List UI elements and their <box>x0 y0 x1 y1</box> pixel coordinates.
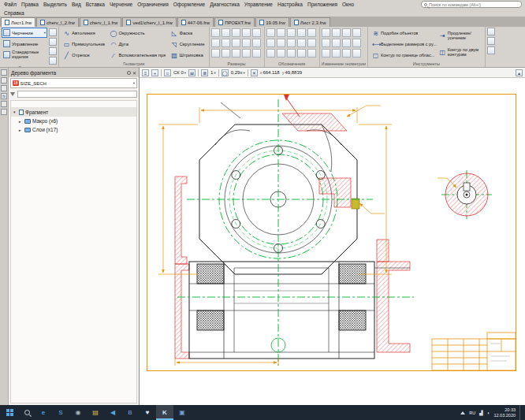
drawing-sheet[interactable] <box>140 68 525 405</box>
document-tab[interactable]: ПРОЕКТ.frw <box>214 17 255 27</box>
edge-browser-icon[interactable]: e <box>35 405 52 420</box>
menu-management[interactable]: Управление <box>242 2 275 7</box>
dimension-tool-icon[interactable] <box>242 28 251 37</box>
filter-icon[interactable] <box>10 92 15 96</box>
ruler-panel-icon[interactable] <box>1 101 7 107</box>
edit-tool-icon[interactable] <box>342 28 351 37</box>
document-tab-active[interactable]: Лист1.frw <box>1 17 35 27</box>
notation-tool-icon[interactable] <box>297 39 306 47</box>
tree-node-macro[interactable]: ▸ Макро (х6) <box>11 117 136 125</box>
dimension-tool-icon[interactable] <box>252 39 261 47</box>
menu-applications[interactable]: Приложения <box>305 2 340 7</box>
dimension-tool-icon[interactable] <box>211 28 220 37</box>
command-search-input[interactable] <box>429 2 519 7</box>
notation-tool-icon[interactable] <box>297 49 306 58</box>
language-indicator[interactable]: RU <box>469 411 475 415</box>
tool-contour-by-area[interactable]: ▢Контур по границе облас... <box>370 50 439 61</box>
notation-tool-icon[interactable] <box>277 39 285 47</box>
tool-fillet[interactable]: ◹Скругление <box>168 39 207 50</box>
clipboard-icon[interactable] <box>49 57 57 65</box>
open-document-icon[interactable] <box>49 28 57 36</box>
dimension-tool-icon[interactable] <box>211 39 220 47</box>
close-icon[interactable]: ✕ <box>132 70 136 76</box>
tool-circle[interactable]: ◯Окружность <box>107 28 168 39</box>
notation-tool-icon[interactable] <box>307 28 316 37</box>
dimension-tool-icon[interactable] <box>222 39 230 47</box>
taskbar-search-button[interactable] <box>19 405 35 420</box>
menu-insert[interactable]: Вставка <box>84 2 107 7</box>
dimension-tool-icon[interactable] <box>211 49 220 58</box>
menu-help[interactable]: Справка <box>2 10 27 16</box>
notation-tool-icon[interactable] <box>277 49 285 58</box>
tool-chamfer[interactable]: ◺Фаска <box>168 28 207 39</box>
menu-select[interactable]: Выделить <box>41 2 69 7</box>
layers-panel-icon[interactable] <box>1 77 7 84</box>
zoom-icon[interactable]: ◯ <box>222 69 229 76</box>
command-search[interactable] <box>421 1 522 8</box>
tree-node-layers[interactable]: ▸ Слои (х17) <box>11 125 136 134</box>
notation-tool-icon[interactable] <box>266 28 275 37</box>
notation-tool-icon[interactable] <box>287 49 296 58</box>
dimension-tool-icon[interactable] <box>232 28 240 37</box>
panel-switch-drawing[interactable]: Черчение ▾ <box>2 28 47 38</box>
dimension-tool-icon[interactable] <box>232 49 240 58</box>
tool-hatch[interactable]: ▨Штриховка <box>168 50 207 61</box>
steam-icon[interactable]: ◉ <box>69 405 87 420</box>
dimension-tool-icon[interactable] <box>252 28 261 37</box>
edit-tool-icon[interactable] <box>332 39 341 47</box>
edit-tool-icon[interactable] <box>322 39 330 47</box>
save-icon[interactable] <box>49 38 57 46</box>
document-tab[interactable]: cherv_l_2.frw <box>36 17 79 27</box>
notation-tool-icon[interactable] <box>266 39 275 47</box>
vk-icon[interactable]: B <box>121 405 139 420</box>
show-desktop-button[interactable] <box>519 405 523 420</box>
menu-file[interactable]: Файл <box>2 2 19 7</box>
menu-styling[interactable]: Оформление <box>171 2 207 7</box>
notation-tool-icon[interactable] <box>297 28 306 37</box>
tool-extend-trim[interactable]: ⇥Продление/ усечение <box>439 28 483 44</box>
edit-tool-icon[interactable] <box>342 49 351 58</box>
tree-search-input[interactable] <box>17 91 137 98</box>
document-tab[interactable]: Лист 2,3.frw <box>290 17 330 27</box>
document-tab[interactable]: 19.05.frw <box>255 17 289 27</box>
fx-variables-icon[interactable]: fx <box>1 93 7 99</box>
ribbon-extra-icon[interactable] <box>487 37 495 45</box>
notation-tool-icon[interactable] <box>287 28 296 37</box>
generic-app-icon[interactable]: ▣ <box>173 405 191 420</box>
tool-segment[interactable]: ╱Отрезок <box>61 50 107 61</box>
notation-tool-icon[interactable] <box>277 28 285 37</box>
telegram-icon[interactable]: ◀ <box>104 405 121 420</box>
edit-tool-icon[interactable] <box>352 39 361 47</box>
dimension-tool-icon[interactable] <box>232 39 240 47</box>
tool-rectangle[interactable]: ▭Прямоугольник <box>61 39 107 50</box>
tree-root-fragment[interactable]: ▾ Фрагмент <box>11 107 136 117</box>
hamburger-icon[interactable]: ≡ <box>142 69 149 76</box>
move-icon[interactable]: + <box>151 69 158 76</box>
tool-contour-two-contours[interactable]: ◫Контур по двум контурам <box>439 44 483 61</box>
drawing-canvas-area[interactable]: ≡ + ⌗ СК 0 ▾ ⊞ ≣ 1 ▾ ◯ 0,29x <box>140 68 525 405</box>
dimension-tool-icon[interactable] <box>242 49 251 58</box>
dimension-tool-icon[interactable] <box>242 39 251 47</box>
expander-icon[interactable]: ▸ <box>19 119 23 124</box>
edit-tool-icon[interactable] <box>352 49 361 58</box>
tool-construction-line[interactable]: ⁄Вспомогательная прямая <box>107 50 168 61</box>
explorer-icon[interactable]: ▤ <box>87 405 104 420</box>
tool-offset-objects[interactable]: ≋Подобие объектов <box>370 28 439 39</box>
edit-tool-icon[interactable] <box>322 49 330 58</box>
clipboard-panel-icon[interactable] <box>1 85 7 91</box>
notation-tool-icon[interactable] <box>266 49 275 58</box>
edit-tool-icon[interactable] <box>332 49 341 58</box>
edit-tool-icon[interactable] <box>322 28 330 37</box>
hidden-icons-chevron[interactable] <box>460 411 465 414</box>
menu-diagnostics[interactable]: Диагностика <box>207 2 242 7</box>
dimension-tool-icon[interactable] <box>222 28 230 37</box>
zoom-dropdown[interactable]: 0,29x ▾ <box>231 70 245 75</box>
menu-edit[interactable]: Правка <box>19 2 41 7</box>
notation-tool-icon[interactable] <box>287 39 296 47</box>
dimension-tool-icon[interactable] <box>222 49 230 58</box>
menu-view[interactable]: Вид <box>69 2 84 7</box>
chevron-down-icon[interactable]: ▾ <box>13 110 17 114</box>
notation-tool-icon[interactable] <box>307 49 316 58</box>
ribbon-extra-icon[interactable] <box>487 28 495 35</box>
start-button[interactable] <box>0 405 19 420</box>
